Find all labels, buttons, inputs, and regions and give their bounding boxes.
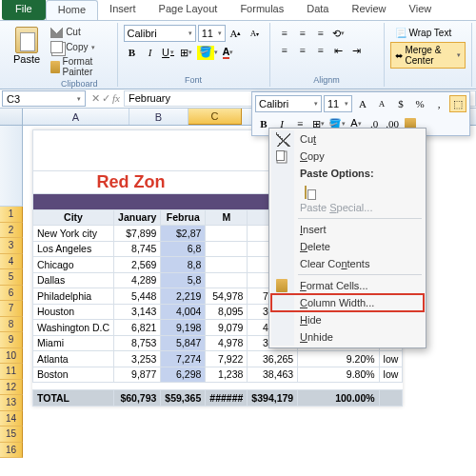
row-header[interactable]: 5 (0, 269, 23, 286)
font-size-combo[interactable]: 11▾ (198, 25, 226, 42)
row-header[interactable]: 16 (0, 443, 23, 459)
menu-copy[interactable]: Copy (271, 148, 424, 165)
align-bottom-button[interactable]: ≡ (312, 25, 329, 42)
fp-label: Format Painter (63, 56, 109, 77)
font-name-combo[interactable]: Calibri▾ (124, 25, 196, 42)
total-jan: $60,793 (114, 390, 161, 407)
tab-file[interactable]: File (2, 0, 46, 20)
menu-format-cells[interactable]: Format Cells... (271, 277, 424, 294)
mini-shrink-font[interactable]: A (373, 95, 390, 112)
ribbon-tabs: File Home Insert Page Layout Formulas Da… (0, 0, 476, 21)
paste-icon (15, 27, 38, 53)
alignment-group-label: Alignm (276, 75, 378, 85)
row-header[interactable]: 12 (0, 380, 23, 396)
increase-font-button[interactable]: A▴ (228, 25, 245, 42)
cut-label: Cut (66, 27, 81, 37)
copy-icon (50, 41, 63, 53)
menu-paste-option[interactable] (271, 182, 424, 199)
merge-center-button[interactable]: ⬌Merge & Center▾ (390, 42, 466, 69)
row-header[interactable]: 4 (0, 254, 23, 270)
mini-percent[interactable]: % (411, 95, 428, 112)
enter-formula-button[interactable]: ✓ (102, 92, 110, 105)
paste-button[interactable]: Paste (10, 25, 44, 85)
font-group-label: Font (124, 75, 264, 85)
cancel-formula-button[interactable]: ✕ (91, 92, 100, 105)
row-header[interactable]: 7 (0, 301, 23, 317)
clipboard-group-label: Clipboard (48, 79, 110, 89)
decrease-indent-button[interactable]: ⇤ (330, 42, 347, 59)
align-left-button[interactable]: ≡ (276, 42, 293, 59)
hdr-jan: January (114, 209, 161, 226)
row-headers: 12345678910111213141516 (0, 126, 23, 458)
total-mar: ###### (206, 390, 248, 407)
row-header[interactable]: 1 (0, 207, 23, 223)
menu-unhide[interactable]: Unhide (271, 328, 424, 346)
total-pct: 100.00% (298, 390, 379, 407)
total-apr: $394,179 (248, 390, 298, 407)
tab-home[interactable]: Home (46, 0, 98, 20)
menu-paste-options-header: Paste Options: (271, 165, 424, 182)
italic-button[interactable]: I (142, 44, 159, 61)
menu-insert[interactable]: Insert (271, 221, 424, 238)
merge-icon: ⬌ (395, 50, 403, 61)
cut-button[interactable]: Cut (48, 25, 110, 39)
row-header[interactable]: 14 (0, 411, 23, 427)
context-menu: Cut Copy Paste Options: Paste Special...… (268, 128, 426, 348)
mini-comma[interactable]: , (430, 95, 447, 112)
menu-paste-special: Paste Special... (271, 199, 424, 216)
mini-currency[interactable]: $ (392, 95, 409, 112)
hdr-city: City (33, 209, 114, 226)
align-right-button[interactable]: ≡ (312, 42, 329, 59)
col-header-b[interactable]: B (129, 109, 188, 125)
ribbon: Paste Cut Copy▾ Format Painter Clipboard… (0, 21, 476, 89)
menu-delete[interactable]: Delete (271, 238, 424, 255)
col-header-c[interactable]: C (188, 109, 242, 125)
tab-page-layout[interactable]: Page Layout (148, 0, 229, 20)
row-header[interactable]: 3 (0, 238, 23, 254)
row-header[interactable]: 15 (0, 426, 23, 443)
tab-data[interactable]: Data (295, 0, 340, 20)
align-center-button[interactable]: ≡ (294, 42, 311, 59)
underline-button[interactable]: U▾ (160, 44, 177, 61)
tab-formulas[interactable]: Formulas (228, 0, 295, 20)
menu-column-width[interactable]: Column Width... (271, 294, 424, 311)
row-header[interactable]: 11 (0, 364, 23, 380)
orientation-button[interactable]: ⟲▾ (330, 25, 347, 42)
fill-color-button[interactable]: 🪣▾ (196, 44, 219, 61)
row-header[interactable]: 8 (0, 317, 23, 333)
row-header[interactable]: 10 (0, 348, 23, 365)
copy-label: Copy (66, 42, 88, 52)
wrap-text-button[interactable]: 📃Wrap Text (390, 25, 466, 41)
mini-size-combo[interactable]: 11▾ (324, 95, 352, 112)
tab-insert[interactable]: Insert (98, 0, 148, 20)
row-header[interactable]: 6 (0, 286, 23, 302)
table-row: Boston9,8776,2981,23838,4639.80%low (33, 367, 403, 383)
select-all-corner[interactable] (0, 109, 23, 125)
fx-button[interactable]: fx (112, 92, 120, 105)
mini-format-button[interactable]: ⬚ (449, 95, 466, 112)
scissors-icon (50, 26, 63, 38)
mini-font-combo[interactable]: Calibri▾ (255, 95, 322, 112)
tab-view[interactable]: View (398, 0, 444, 20)
align-top-button[interactable]: ≡ (276, 25, 293, 42)
bold-button[interactable]: B (124, 44, 141, 61)
name-box[interactable]: C3▾ (2, 90, 86, 107)
increase-indent-button[interactable]: ⇥ (348, 42, 366, 59)
row-header[interactable]: 2 (0, 223, 23, 239)
mini-grow-font[interactable]: A (354, 95, 371, 112)
menu-clear-contents[interactable]: Clear Contents (271, 255, 424, 272)
row-header[interactable]: 13 (0, 395, 23, 411)
row-header-blank[interactable] (0, 126, 23, 207)
tab-review[interactable]: Review (340, 0, 397, 20)
border-button[interactable]: ⊞▾ (178, 44, 195, 61)
menu-cut[interactable]: Cut (271, 130, 424, 148)
format-painter-button[interactable]: Format Painter (48, 55, 110, 78)
copy-button[interactable]: Copy▾ (48, 40, 110, 54)
font-color-button[interactable]: A▾ (220, 44, 237, 61)
decrease-font-button[interactable]: A▾ (247, 25, 264, 42)
table-row: Atlanta3,2537,2747,92236,2659.20%low (33, 351, 403, 367)
align-middle-button[interactable]: ≡ (294, 25, 311, 42)
col-header-a[interactable]: A (23, 109, 129, 125)
menu-hide[interactable]: Hide (271, 311, 424, 328)
row-header[interactable]: 9 (0, 332, 23, 348)
